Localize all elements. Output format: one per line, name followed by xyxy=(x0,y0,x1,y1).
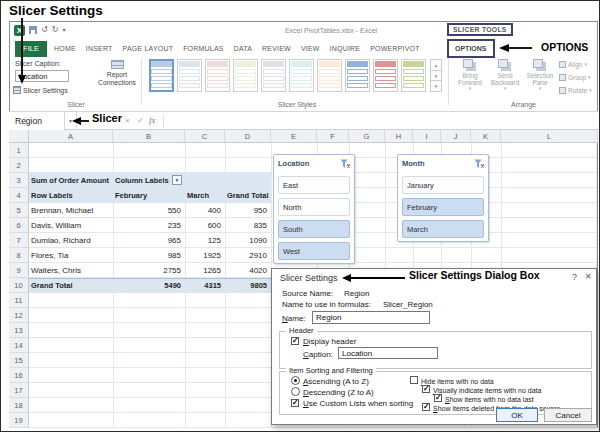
pivot-cell: 400 xyxy=(185,203,225,218)
column-header-k[interactable]: K xyxy=(471,130,501,143)
slicer-location[interactable]: Location EastNorthSouthWest xyxy=(273,154,355,264)
source-name-value: Region xyxy=(344,289,369,298)
contextual-tab-group: SLICER TOOLS xyxy=(447,23,513,36)
show-last-checkbox[interactable] xyxy=(434,394,442,402)
slicer-item-south[interactable]: South xyxy=(278,220,350,238)
show-last-label: Show items with no data last xyxy=(445,395,534,404)
excel-logo-icon: X xyxy=(14,25,25,36)
pivot-cell: Brennan, Michael xyxy=(29,203,113,218)
slicer-item-north[interactable]: North xyxy=(278,198,350,216)
pivot-cell: 965 xyxy=(113,233,185,248)
slicer-month-header: Month xyxy=(398,155,488,172)
display-header-label: Display header xyxy=(303,337,356,346)
help-icon[interactable]: ? xyxy=(572,272,577,282)
descending-radio[interactable] xyxy=(291,387,300,396)
column-header-a[interactable]: A xyxy=(29,130,113,143)
pivot-cell: 950 xyxy=(225,203,271,218)
column-header-d[interactable]: D xyxy=(225,130,271,143)
save-icon[interactable] xyxy=(29,26,37,34)
row-header-18[interactable]: 18 xyxy=(9,398,29,413)
column-header-b[interactable]: B xyxy=(113,130,185,143)
descending-label: Descending (Z to A) xyxy=(303,388,374,397)
column-header-l[interactable]: L xyxy=(501,130,598,143)
row-header-2[interactable]: 2 xyxy=(9,158,29,173)
pivot-cell: 1925 xyxy=(185,248,225,263)
name-input[interactable]: Region xyxy=(312,311,430,324)
pivot-cell: 600 xyxy=(185,218,225,233)
row-header-19[interactable]: 19 xyxy=(9,413,29,428)
header-legend: Header xyxy=(286,326,317,335)
pivot-cell: Walters, Chris xyxy=(29,263,113,278)
column-header-e[interactable]: E xyxy=(271,130,317,143)
slicer-item-west[interactable]: West xyxy=(278,242,350,260)
pivot-row-labels-cell[interactable]: Row Labels xyxy=(29,188,113,203)
slicer-item-march[interactable]: March xyxy=(402,220,484,238)
column-header-h[interactable]: H xyxy=(385,130,413,143)
hide-items-checkbox[interactable] xyxy=(410,376,418,384)
row-header-16[interactable]: 16 xyxy=(9,368,29,383)
pivot-grand-total-value: 4315 xyxy=(185,278,225,293)
row-header-9[interactable]: 9 xyxy=(9,263,29,278)
column-labels-filter-icon[interactable]: ▼ xyxy=(172,175,182,185)
slicer-location-items: EastNorthSouthWest xyxy=(274,176,354,260)
slicer-month-items: JanuaryFebruaryMarch xyxy=(398,176,488,238)
ok-button[interactable]: OK xyxy=(496,408,538,422)
sorting-legend: Item Sorting and Filtering xyxy=(286,366,376,375)
clear-filter-icon[interactable] xyxy=(340,159,351,169)
row-header-15[interactable]: 15 xyxy=(9,353,29,368)
visually-indicate-checkbox[interactable] xyxy=(422,385,430,393)
pivot-cell: 985 xyxy=(113,248,185,263)
pivot-cell: 835 xyxy=(225,218,271,233)
pivot-grand-total-label: Grand Total xyxy=(29,278,113,293)
pivot-cell: 550 xyxy=(113,203,185,218)
column-header-i[interactable]: I xyxy=(413,130,441,143)
row-header-7[interactable]: 7 xyxy=(9,233,29,248)
slicer-location-header: Location xyxy=(274,155,354,172)
column-header-f[interactable]: F xyxy=(317,130,349,143)
qat-dropdown-icon[interactable]: ▾ xyxy=(62,24,65,36)
pivot-cell: 4020 xyxy=(225,263,271,278)
annotation-options: OPTIONS xyxy=(541,41,588,53)
row-header-8[interactable]: 8 xyxy=(9,248,29,263)
row-header-10[interactable]: 10 xyxy=(9,278,29,293)
close-icon[interactable]: × xyxy=(585,270,591,282)
column-header-j[interactable]: J xyxy=(441,130,471,143)
source-name-label: Source Name: xyxy=(282,289,333,298)
caption-input[interactable]: Location xyxy=(338,347,438,359)
tab-options[interactable]: OPTIONS xyxy=(447,39,495,58)
slicer-location-title: Location xyxy=(278,159,309,168)
clear-filter-icon[interactable] xyxy=(474,159,485,169)
slicer-month-title: Month xyxy=(402,159,425,168)
column-header-g[interactable]: G xyxy=(349,130,385,143)
row-header-12[interactable]: 12 xyxy=(9,308,29,323)
row-header-6[interactable]: 6 xyxy=(9,218,29,233)
slicer-item-east[interactable]: East xyxy=(278,176,350,194)
row-header-17[interactable]: 17 xyxy=(9,383,29,398)
row-header-1[interactable]: 1 xyxy=(9,143,29,158)
pivot-cell: 1265 xyxy=(185,263,225,278)
caption-label: Caption: xyxy=(303,350,333,359)
pivot-cell: 125 xyxy=(185,233,225,248)
slicer-item-february[interactable]: February xyxy=(402,198,484,216)
show-deleted-checkbox[interactable] xyxy=(422,403,430,411)
slicer-month[interactable]: Month JanuaryFebruaryMarch xyxy=(397,154,489,242)
row-header-13[interactable]: 13 xyxy=(9,323,29,338)
name-label: Name: xyxy=(282,314,306,323)
annotation-dialog-box: Slicer Settings Dialog Box xyxy=(409,269,540,281)
pivot-grand-total-value: 5490 xyxy=(113,278,185,293)
slicer-item-january[interactable]: January xyxy=(402,176,484,194)
row-header-4[interactable]: 4 xyxy=(9,188,29,203)
custom-lists-checkbox[interactable] xyxy=(291,399,299,407)
display-header-checkbox[interactable] xyxy=(291,337,299,345)
column-header-c[interactable]: C xyxy=(185,130,225,143)
redo-icon[interactable]: ↻ xyxy=(52,24,59,36)
pivot-cell: 2755 xyxy=(113,263,185,278)
row-header-11[interactable]: 11 xyxy=(9,293,29,308)
cancel-button[interactable]: Cancel xyxy=(544,408,592,422)
undo-icon[interactable]: ↺ xyxy=(41,24,48,36)
ascending-radio[interactable] xyxy=(291,376,300,385)
pivot-col-header: Grand Total xyxy=(225,188,271,203)
row-header-14[interactable]: 14 xyxy=(9,338,29,353)
row-header-3[interactable]: 3 xyxy=(9,173,29,188)
row-header-5[interactable]: 5 xyxy=(9,203,29,218)
